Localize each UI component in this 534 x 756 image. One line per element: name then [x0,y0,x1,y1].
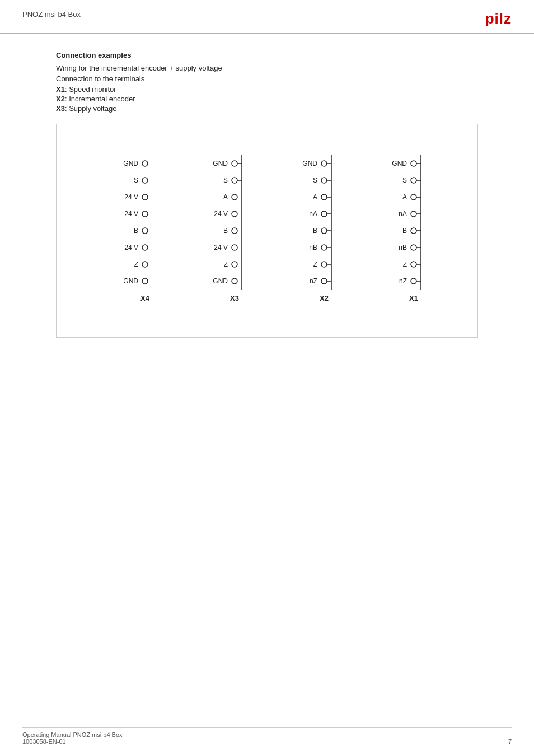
svg-text:nB: nB [309,244,317,251]
svg-text:Z: Z [224,260,228,268]
svg-point-27 [232,211,237,217]
svg-text:B: B [402,227,407,235]
footer-doc-title: Operating Manual PNOZ msi b4 Box [22,731,123,738]
svg-point-39 [321,161,327,166]
svg-point-5 [142,194,148,200]
svg-text:Z: Z [134,260,138,268]
wiring-diagram: .pin-label { font-family: Arial, sans-se… [82,136,452,326]
svg-point-11 [142,245,148,250]
svg-text:A: A [313,193,317,201]
svg-text:Z: Z [403,260,407,268]
svg-text:GND: GND [123,277,138,285]
svg-point-7 [142,211,148,217]
main-content: Connection examples Wiring for the incre… [0,34,534,360]
svg-text:GND: GND [302,160,317,167]
svg-point-71 [411,194,416,200]
svg-text:Z: Z [313,260,317,268]
svg-text:S: S [313,176,317,184]
svg-point-25 [232,194,237,200]
svg-point-13 [142,262,148,267]
footer-doc-number: 1003058-EN-01 [22,738,123,745]
svg-point-1 [142,161,148,166]
svg-point-15 [142,278,148,284]
svg-text:nA: nA [309,210,317,218]
svg-point-77 [411,228,416,234]
svg-point-65 [411,161,416,166]
footer-page-number: 7 [508,738,512,745]
svg-text:B: B [223,227,228,235]
page-header: PNOZ msi b4 Box pilz [0,0,534,34]
svg-point-51 [321,228,327,234]
svg-text:24 V: 24 V [124,244,138,251]
svg-point-74 [411,211,416,217]
wiring-text: Wiring for the incremental encoder + sup… [56,64,478,72]
svg-text:B: B [313,227,317,235]
svg-text:24 V: 24 V [124,210,138,218]
svg-text:nZ: nZ [399,277,407,285]
label-x2: X2: Incremental encoder [56,95,478,103]
svg-point-48 [321,211,327,217]
column-x2: GND S A nA B nB [302,155,331,302]
svg-point-83 [411,262,416,267]
svg-text:24 V: 24 V [124,193,138,201]
svg-text:A: A [402,193,407,201]
svg-text:S: S [223,176,228,184]
svg-text:X4: X4 [140,294,150,302]
svg-text:nB: nB [399,244,407,251]
svg-text:GND: GND [392,160,407,167]
svg-text:S: S [134,176,138,184]
svg-text:GND: GND [123,160,138,167]
section-title: Connection examples [56,51,478,59]
svg-text:24 V: 24 V [214,210,228,218]
svg-point-54 [321,245,327,250]
svg-point-22 [232,178,237,183]
svg-point-42 [321,178,327,183]
column-x1: GND S A nA B nB [392,155,421,302]
svg-text:nZ: nZ [310,277,317,285]
svg-point-60 [321,278,327,284]
document-title: PNOZ msi b4 Box [22,10,81,18]
svg-point-29 [232,228,237,234]
svg-point-45 [321,194,327,200]
svg-text:X2: X2 [320,294,329,302]
svg-text:GND: GND [213,160,228,167]
column-x4: GND S 24 V 24 V B 24 V Z [123,160,149,302]
diagram-container: .pin-label { font-family: Arial, sans-se… [56,124,478,338]
svg-point-86 [411,278,416,284]
svg-text:X1: X1 [409,294,418,302]
svg-text:X3: X3 [230,294,239,302]
svg-point-80 [411,245,416,250]
svg-point-57 [321,262,327,267]
svg-text:24 V: 24 V [214,244,228,251]
svg-point-9 [142,228,148,234]
svg-text:A: A [223,193,228,201]
pilz-logo: pilz [485,10,512,27]
footer-left: Operating Manual PNOZ msi b4 Box 1003058… [22,731,123,745]
svg-text:nA: nA [399,210,407,218]
column-x3: GND S A 24 V B 24 V Z [213,155,242,302]
svg-point-33 [232,262,237,267]
connection-text: Connection to the terminals [56,74,478,83]
label-x1: X1: Speed monitor [56,85,478,94]
svg-point-68 [411,178,416,183]
svg-text:S: S [402,176,407,184]
label-x3: X3: Supply voltage [56,104,478,113]
svg-point-3 [142,178,148,183]
svg-point-19 [232,161,237,166]
page-footer: Operating Manual PNOZ msi b4 Box 1003058… [22,727,512,745]
svg-text:GND: GND [213,277,228,285]
svg-text:B: B [134,227,138,235]
svg-point-35 [232,278,237,284]
svg-point-31 [232,245,237,250]
